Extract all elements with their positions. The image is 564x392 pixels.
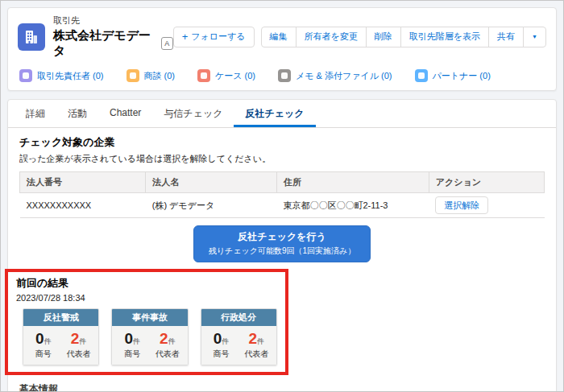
related-link-partners[interactable]: パートナー (0) bbox=[415, 69, 491, 82]
col-address: 住所 bbox=[276, 172, 429, 193]
related-link-label: ケース (0) bbox=[215, 70, 255, 82]
edit-button[interactable]: 編集 bbox=[261, 27, 297, 47]
account-icon bbox=[18, 23, 45, 51]
previous-results-timestamp: 2023/07/28 18:34 bbox=[16, 293, 277, 303]
result-metric: 0件 商号 bbox=[204, 330, 239, 360]
change-owner-button[interactable]: 所有者を変更 bbox=[296, 27, 367, 47]
previous-results-annotated-section: 前回の結果 2023/07/28 18:34 反社警戒 0件 商号 2件 代表者 bbox=[5, 269, 288, 375]
table-header-row: 法人番号 法人名 住所 アクション bbox=[20, 172, 545, 193]
related-link-label: 取引先責任者 (0) bbox=[37, 70, 104, 82]
related-lists-row: 取引先責任者 (0) 商談 (0) ケース (0) メモ & 添付ファイル (0… bbox=[8, 64, 556, 90]
count-label: 商号 bbox=[204, 349, 239, 360]
notes-attachments-icon bbox=[278, 69, 291, 82]
cta-remaining-count: 残りチェック可能数9回（1回実施済み） bbox=[209, 246, 356, 257]
tab-credit-check[interactable]: 与信チェック bbox=[152, 100, 234, 127]
result-metric: 2件 代表者 bbox=[150, 330, 185, 360]
result-cards-row: 反社警戒 0件 商号 2件 代表者 事件事故 bbox=[16, 308, 277, 365]
count-value: 2 bbox=[71, 330, 80, 347]
translation-badge[interactable]: A bbox=[161, 37, 173, 50]
count-label: 商号 bbox=[114, 349, 150, 360]
related-link-cases[interactable]: ケース (0) bbox=[197, 69, 255, 82]
result-metric: 2件 代表者 bbox=[61, 330, 97, 360]
col-corp-name: 法人名 bbox=[146, 172, 277, 193]
partner-icon bbox=[415, 69, 428, 82]
entity-label: 取引先 bbox=[53, 14, 173, 27]
view-hierarchy-button[interactable]: 取引先階層を表示 bbox=[400, 27, 489, 47]
case-icon bbox=[197, 69, 210, 82]
result-card-title: 行政処分 bbox=[201, 309, 276, 326]
chevron-down-icon: ▼ bbox=[532, 34, 537, 39]
check-target-note: 誤った企業が表示されている場合は選択を解除してください。 bbox=[19, 153, 545, 165]
cell-corp-number: XXXXXXXXXXX bbox=[20, 193, 146, 218]
related-link-notes[interactable]: メモ & 添付ファイル (0) bbox=[278, 69, 392, 82]
basic-info-heading: 基本情報 bbox=[19, 382, 545, 392]
count-label: 代表者 bbox=[238, 349, 274, 360]
count-unit: 件 bbox=[133, 337, 140, 345]
cta-container: 反社チェックを行う 残りチェック可能数9回（1回実施済み） bbox=[19, 225, 545, 262]
related-link-label: パートナー (0) bbox=[433, 70, 491, 82]
follow-button-label: フォローする bbox=[191, 31, 245, 43]
record-name: 株式会社デモデータ bbox=[53, 28, 156, 59]
tab-chatter[interactable]: Chatter bbox=[98, 100, 152, 127]
count-value: 0 bbox=[124, 330, 133, 347]
tab-activity[interactable]: 活動 bbox=[56, 100, 98, 127]
count-value: 2 bbox=[248, 330, 257, 347]
share-button[interactable]: 共有 bbox=[488, 27, 524, 47]
entity-title-block: 取引先 株式会社デモデータ A bbox=[53, 14, 173, 59]
tab-content: チェック対象の企業 誤った企業が表示されている場合は選択を解除してください。 法… bbox=[8, 128, 556, 392]
cta-label: 反社チェックを行う bbox=[209, 230, 356, 244]
result-card-incidents: 事件事故 0件 商号 2件 代表者 bbox=[111, 308, 188, 365]
col-action: アクション bbox=[429, 172, 544, 193]
count-value: 0 bbox=[35, 330, 44, 347]
table-row: XXXXXXXXXXX (株) デモデータ 東京都〇〇区〇〇町2-11-3 選択… bbox=[20, 193, 545, 218]
follow-button[interactable]: + フォローする bbox=[173, 27, 255, 47]
result-metric: 0件 商号 bbox=[26, 330, 61, 360]
count-value: 2 bbox=[160, 330, 168, 347]
deselect-button[interactable]: 選択解除 bbox=[435, 196, 488, 214]
related-link-label: メモ & 添付ファイル (0) bbox=[296, 70, 392, 82]
result-card-title: 反社警戒 bbox=[23, 309, 98, 326]
col-corp-number: 法人番号 bbox=[20, 172, 146, 193]
count-label: 代表者 bbox=[150, 349, 185, 360]
tab-details[interactable]: 詳細 bbox=[15, 100, 56, 127]
cell-address: 東京都〇〇区〇〇町2-11-3 bbox=[276, 193, 429, 218]
delete-button[interactable]: 削除 bbox=[366, 27, 401, 47]
related-link-contacts[interactable]: 取引先責任者 (0) bbox=[19, 69, 104, 82]
cell-action: 選択解除 bbox=[429, 193, 544, 218]
related-link-opportunities[interactable]: 商談 (0) bbox=[126, 69, 176, 82]
opportunity-icon bbox=[126, 69, 139, 82]
count-unit: 件 bbox=[79, 337, 86, 345]
count-unit: 件 bbox=[44, 337, 52, 345]
contact-icon bbox=[19, 69, 32, 82]
building-icon-glyph bbox=[23, 29, 39, 45]
result-metric: 0件 商号 bbox=[114, 330, 150, 360]
header-action-bar: + フォローする 編集 所有者を変更 削除 取引先階層を表示 共有 ▼ bbox=[173, 27, 546, 47]
page-title: 株式会社デモデータ A bbox=[53, 28, 173, 59]
record-actions-group: 編集 所有者を変更 削除 取引先階層を表示 共有 ▼ bbox=[261, 27, 546, 47]
count-unit: 件 bbox=[168, 337, 176, 345]
tab-bar: 詳細 活動 Chatter 与信チェック 反社チェック bbox=[8, 100, 556, 128]
result-card-title: 事件事故 bbox=[112, 309, 187, 326]
record-header-card: 取引先 株式会社デモデータ A + フォローする 編集 所有者を変更 削除 取引… bbox=[7, 7, 557, 91]
cell-corp-name: (株) デモデータ bbox=[146, 193, 277, 218]
record-header-row: 取引先 株式会社デモデータ A + フォローする 編集 所有者を変更 削除 取引… bbox=[8, 8, 556, 64]
count-label: 代表者 bbox=[61, 349, 97, 360]
result-metric: 2件 代表者 bbox=[238, 330, 274, 360]
record-detail-card: 詳細 活動 Chatter 与信チェック 反社チェック チェック対象の企業 誤っ… bbox=[7, 99, 557, 392]
previous-results-heading: 前回の結果 bbox=[16, 276, 277, 291]
run-antisocial-check-button[interactable]: 反社チェックを行う 残りチェック可能数9回（1回実施済み） bbox=[193, 225, 371, 262]
related-link-label: 商談 (0) bbox=[144, 70, 176, 82]
tab-antisocial-check[interactable]: 反社チェック bbox=[234, 100, 315, 127]
count-label: 商号 bbox=[26, 349, 61, 360]
plus-icon: + bbox=[182, 31, 189, 42]
count-unit: 件 bbox=[257, 337, 264, 345]
more-actions-button[interactable]: ▼ bbox=[523, 27, 546, 47]
check-target-heading: チェック対象の企業 bbox=[19, 135, 545, 150]
count-unit: 件 bbox=[222, 337, 229, 345]
result-card-antisocial-alert: 反社警戒 0件 商号 2件 代表者 bbox=[23, 308, 99, 365]
result-card-administrative: 行政処分 0件 商号 2件 代表者 bbox=[201, 308, 277, 365]
target-company-table: 法人番号 法人名 住所 アクション XXXXXXXXXXX (株) デモデータ … bbox=[19, 171, 545, 218]
count-value: 0 bbox=[214, 330, 222, 347]
